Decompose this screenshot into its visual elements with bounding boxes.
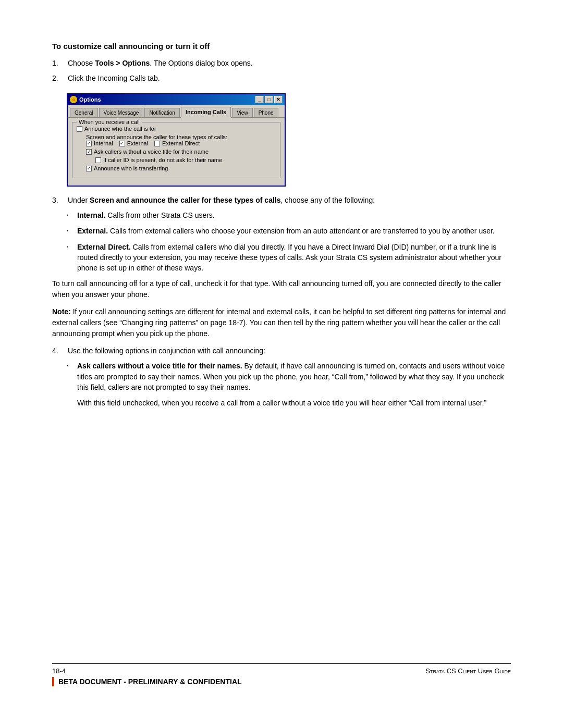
cb-extdirect[interactable]	[154, 141, 160, 146]
bullet-askcallers: ▪ Ask callers without a voice title for …	[67, 361, 511, 392]
bullet-mark-askcallers: ▪	[67, 361, 77, 392]
footer-book-title: Strata CS Client User Guide	[425, 667, 511, 675]
step4-bullets: ▪ Ask callers without a voice title for …	[67, 361, 511, 392]
tab-general[interactable]: General	[70, 108, 98, 117]
step-1-number: 1.	[52, 58, 68, 69]
page-footer: 18-4 Strata CS Client User Guide BETA DO…	[52, 663, 511, 686]
step-2-number: 2.	[52, 73, 68, 84]
footer-confidential-text: BETA DOCUMENT - PRELIMINARY & CONFIDENTI…	[58, 677, 242, 686]
unchecked-paragraph: With this field unchecked, when you rece…	[77, 398, 511, 409]
cb-extdirect-label: External Direct	[162, 140, 200, 146]
cb-ifcaller-row: If caller ID is present, do not ask for …	[77, 157, 276, 163]
bullet-askcallers-text: Ask callers without a voice title for th…	[77, 361, 511, 392]
turn-off-paragraph: To turn call announcing off for a type o…	[52, 278, 511, 300]
bullet-internal: ▪ Internal. Calls from other Strata CS u…	[67, 210, 511, 220]
bullet-internal-text: Internal. Calls from other Strata CS use…	[77, 210, 511, 220]
step-1-text: Choose Tools > Options. The Options dial…	[68, 58, 253, 69]
dialog-title: Options	[79, 96, 101, 103]
cb-ifcaller[interactable]	[95, 157, 101, 163]
dialog-titlebar: ⚙ Options _ □ ✕	[68, 94, 285, 105]
step-3-text: Under Screen and announce the caller for…	[68, 195, 375, 206]
screen-announce-label: Screen and announce the caller for these…	[86, 134, 227, 140]
footer-red-bar	[52, 677, 54, 686]
cb-external-label: External	[127, 140, 148, 146]
cb-announce-transferring-row: Announce who is transferring	[77, 165, 276, 171]
cb-external-row: External	[119, 140, 148, 146]
bullet-mark-internal: ▪	[67, 210, 77, 220]
step-3-number: 3.	[52, 195, 68, 206]
dialog-icon: ⚙	[70, 96, 77, 103]
cb-announce-who-label: Announce who the call is for	[84, 126, 156, 132]
dialog-tabs: General Voice Message Notification Incom…	[68, 105, 285, 118]
bullet-external: ▪ External. Calls from external callers …	[67, 226, 511, 236]
cb-external[interactable]	[119, 141, 125, 146]
tab-notification[interactable]: Notification	[144, 108, 179, 117]
cb-askcallers-label: Ask callers without a voice title for th…	[94, 149, 209, 155]
cb-internal[interactable]	[86, 141, 92, 146]
cb-announce-transferring[interactable]	[86, 166, 92, 171]
footer-top-row: 18-4 Strata CS Client User Guide	[52, 667, 511, 675]
bullet-external-text: External. Calls from external callers wh…	[77, 226, 511, 236]
footer-confidential: BETA DOCUMENT - PRELIMINARY & CONFIDENTI…	[52, 677, 511, 686]
bullet-mark-extdirect: ▪	[67, 242, 77, 274]
step-4-text: Use the following options in conjunction…	[68, 346, 265, 356]
cb-announce-who-row: Announce who the call is for	[77, 126, 276, 132]
titlebar-buttons: _ □ ✕	[255, 96, 283, 103]
options-dialog: ⚙ Options _ □ ✕ General Voice Message No…	[67, 93, 286, 187]
tab-view[interactable]: View	[232, 108, 253, 117]
cb-ifcaller-label: If caller ID is present, do not ask for …	[103, 157, 222, 163]
step3-bullets: ▪ Internal. Calls from other Strata CS u…	[67, 210, 511, 273]
screen-announce-label-row: Screen and announce the caller for these…	[77, 134, 276, 140]
close-button[interactable]: ✕	[274, 96, 283, 103]
bullet-extdirect: ▪ External Direct. Calls from external c…	[67, 242, 511, 274]
section-heading: To customize call announcing or turn it …	[52, 42, 511, 51]
dialog-screenshot: ⚙ Options _ □ ✕ General Voice Message No…	[67, 93, 286, 187]
step-3: 3. Under Screen and announce the caller …	[52, 195, 511, 206]
step-1: 1. Choose Tools > Options. The Options d…	[52, 58, 511, 69]
group-title: When you receive a call	[77, 119, 142, 125]
tab-phone[interactable]: Phone	[254, 108, 278, 117]
step-2-text: Click the Incoming Calls tab.	[68, 73, 160, 84]
minimize-button[interactable]: _	[255, 96, 264, 103]
cb-askcallers-row: Ask callers without a voice title for th…	[77, 149, 276, 155]
cb-internal-row: Internal	[86, 140, 113, 146]
footer-page-number: 18-4	[52, 667, 66, 675]
when-receive-group: When you receive a call Announce who the…	[72, 122, 280, 178]
maximize-button[interactable]: □	[265, 96, 273, 103]
step-4: 4. Use the following options in conjunct…	[52, 346, 511, 356]
bullet-mark-external: ▪	[67, 226, 77, 236]
svg-text:⚙: ⚙	[72, 98, 75, 102]
three-col-checkboxes: Internal External External Direct	[77, 140, 276, 146]
bullet-extdirect-text: External Direct. Calls from external cal…	[77, 242, 511, 274]
note-paragraph: Note: If your call announcing settings a…	[52, 306, 511, 339]
step-2: 2. Click the Incoming Calls tab.	[52, 73, 511, 84]
cb-askcallers[interactable]	[86, 149, 92, 155]
cb-extdirect-row: External Direct	[154, 140, 200, 146]
step-4-number: 4.	[52, 346, 68, 356]
cb-internal-label: Internal	[94, 140, 113, 146]
tab-incomingcalls[interactable]: Incoming Calls	[181, 107, 231, 118]
dialog-body: When you receive a call Announce who the…	[68, 118, 285, 186]
tab-voicemessage[interactable]: Voice Message	[99, 108, 144, 117]
cb-announce-transferring-label: Announce who is transferring	[94, 165, 168, 171]
cb-announce-who[interactable]	[77, 126, 82, 132]
